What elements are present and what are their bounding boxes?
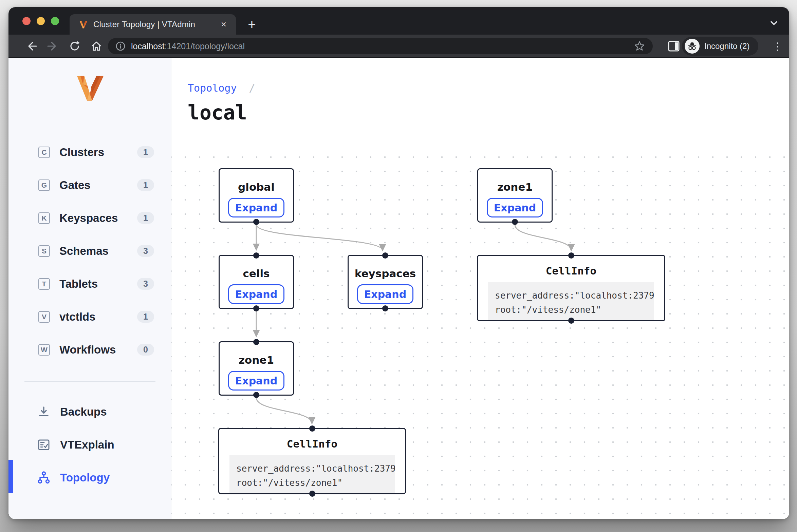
expand-button[interactable]: Expand	[228, 284, 284, 304]
sidebar-bottom-nav: BackupsVTExplainTopology	[8, 395, 171, 494]
sidebar-item-label: Tablets	[59, 278, 98, 290]
window-controls	[22, 17, 59, 25]
sidebar-item-tablets[interactable]: TTablets3	[8, 267, 171, 300]
node-port-bottom	[253, 219, 259, 225]
schemas-letter-icon: S	[38, 245, 50, 257]
sidebar-item-label: Topology	[60, 471, 110, 484]
breadcrumb: Topology /	[188, 82, 255, 94]
vitess-logo[interactable]	[76, 74, 105, 102]
sidebar-item-workflows[interactable]: WWorkflows0	[8, 333, 171, 366]
side-panel-button[interactable]	[667, 39, 681, 53]
node-title: CellInfo	[287, 438, 337, 450]
expand-button[interactable]: Expand	[228, 198, 284, 217]
node-title: global	[238, 181, 275, 193]
count-badge: 1	[137, 179, 154, 191]
count-badge: 1	[137, 311, 154, 323]
sidebar-divider	[24, 381, 155, 382]
minimize-window-button[interactable]	[37, 17, 45, 25]
incognito-badge[interactable]: Incognito (2)	[682, 37, 758, 56]
url-text: localhost:14201/topology/local	[131, 41, 634, 51]
count-badge: 1	[137, 146, 154, 158]
node-title: zone1	[239, 354, 274, 366]
url-path: :14201/topology/local	[165, 41, 245, 51]
main-panel: Topology / local globalExpandzone1Expand…	[171, 58, 789, 519]
gates-letter-icon: G	[38, 179, 50, 191]
count-badge: 3	[137, 278, 154, 290]
vtctlds-letter-icon: V	[38, 311, 50, 323]
back-button[interactable]	[24, 39, 38, 53]
count-badge: 1	[137, 212, 154, 224]
node-port-bottom	[253, 392, 259, 398]
sidebar-item-label: VTExplain	[60, 438, 114, 451]
new-tab-button[interactable]: +	[243, 15, 261, 34]
tab-title: Cluster Topology | VTAdmin	[93, 20, 218, 29]
url-bar[interactable]: localhost:14201/topology/local	[108, 38, 653, 54]
app-content: CClusters1GGates1KKeyspaces1SSchemas3TTa…	[8, 58, 789, 519]
graph-edge-zone1-top-to-cellinfo-right	[515, 225, 571, 250]
close-window-button[interactable]	[22, 17, 31, 25]
sidebar-nav: CClusters1GGates1KKeyspaces1SSchemas3TTa…	[8, 136, 171, 366]
expand-button[interactable]: Expand	[228, 371, 284, 391]
sidebar-item-clusters[interactable]: CClusters1	[8, 136, 171, 169]
sidebar-item-topology[interactable]: Topology	[8, 461, 171, 494]
vitess-favicon-icon	[79, 20, 88, 29]
workflows-letter-icon: W	[38, 344, 50, 356]
count-badge: 0	[137, 344, 154, 356]
reload-button[interactable]	[68, 39, 81, 53]
sidebar-item-label: Schemas	[59, 245, 109, 258]
tab-search-chevron-icon[interactable]	[768, 17, 780, 29]
browser-window: Cluster Topology | VTAdmin × +	[8, 7, 789, 519]
clusters-letter-icon: C	[38, 147, 50, 158]
node-port-top	[382, 252, 388, 259]
graph-node-zone1-mid: zone1Expand	[219, 341, 294, 396]
graph-node-keyspaces: keyspacesExpand	[348, 255, 423, 309]
incognito-avatar	[685, 39, 700, 54]
node-port-bottom	[382, 305, 388, 311]
node-title: CellInfo	[546, 265, 596, 277]
sidebar-item-keyspaces[interactable]: KKeyspaces1	[8, 202, 171, 234]
topology-canvas[interactable]: globalExpandzone1ExpandcellsExpandkeyspa…	[171, 146, 789, 519]
expand-button[interactable]: Expand	[357, 284, 413, 304]
node-port-top	[253, 339, 259, 345]
home-button[interactable]	[90, 39, 103, 53]
sidebar-item-backups[interactable]: Backups	[8, 395, 171, 428]
sidebar-item-schemas[interactable]: SSchemas3	[8, 234, 171, 267]
tablets-letter-icon: T	[38, 278, 50, 290]
graph-edge-global-to-keyspaces	[256, 225, 383, 250]
sidebar-item-vtexplain[interactable]: VTExplain	[8, 428, 171, 461]
download-icon	[37, 405, 51, 419]
sidebar-item-label: Gates	[59, 179, 91, 192]
url-host: localhost	[131, 41, 165, 51]
node-port-bottom	[253, 305, 259, 311]
cellinfo-code: server_address:"localhost:2379"root:"/vi…	[488, 282, 654, 320]
keyspaces-letter-icon: K	[38, 212, 50, 224]
node-port-bottom	[309, 491, 315, 497]
sidebar-item-label: Workflows	[59, 343, 116, 356]
node-port-top	[253, 252, 259, 259]
incognito-icon	[687, 41, 697, 51]
sidebar-item-label: Clusters	[59, 146, 104, 159]
sidebar-item-vtctlds[interactable]: Vvtctlds1	[8, 300, 171, 333]
sidebar-item-gates[interactable]: GGates1	[8, 169, 171, 202]
node-port-bottom	[512, 219, 518, 225]
node-port-top	[568, 252, 574, 259]
node-title: cells	[243, 267, 270, 280]
expand-button[interactable]: Expand	[487, 198, 543, 217]
sidebar-item-label: vtctlds	[59, 310, 95, 323]
bookmark-star-icon[interactable]	[634, 40, 645, 52]
zoom-window-button[interactable]	[51, 17, 59, 25]
page-info-icon[interactable]	[115, 41, 126, 51]
graph-node-global: globalExpand	[219, 168, 294, 223]
cellinfo-code: server_address:"localhost:2379"root:"/vi…	[229, 455, 395, 493]
sidebar-item-label: Keyspaces	[59, 212, 118, 225]
tab-close-icon[interactable]: ×	[218, 18, 230, 31]
forward-button[interactable]	[46, 39, 60, 53]
graph-node-cells: cellsExpand	[219, 255, 294, 309]
node-port-bottom	[568, 318, 574, 324]
browser-menu-icon[interactable]: ⋮	[770, 39, 785, 54]
tab-strip: Cluster Topology | VTAdmin × +	[8, 7, 789, 35]
browser-toolbar: localhost:14201/topology/local I	[8, 35, 789, 58]
browser-tab[interactable]: Cluster Topology | VTAdmin ×	[70, 14, 236, 35]
breadcrumb-topology-link[interactable]: Topology	[188, 82, 237, 94]
sidebar: CClusters1GGates1KKeyspaces1SSchemas3TTa…	[8, 58, 171, 519]
